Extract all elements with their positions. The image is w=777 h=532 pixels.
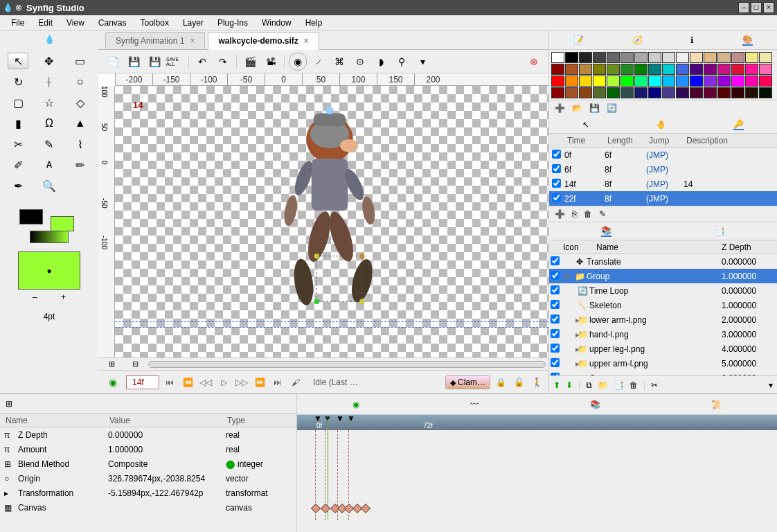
tool-bucket[interactable]: ▲ <box>70 115 91 132</box>
clamp-button[interactable]: ◆ Clam… <box>445 375 490 389</box>
palette-color[interactable] <box>676 87 689 98</box>
palette-color[interactable] <box>607 64 620 75</box>
menu-window[interactable]: Window <box>255 17 298 29</box>
palette-color[interactable] <box>662 52 675 63</box>
params-header-type[interactable]: Type <box>222 416 251 425</box>
kf-header-length[interactable]: Length <box>603 136 645 145</box>
palette-color[interactable] <box>593 52 606 63</box>
palette-refresh-button[interactable]: 🔄 <box>607 103 617 113</box>
palette-color[interactable] <box>634 76 648 87</box>
layer-menu-button[interactable]: ▾ <box>769 380 773 390</box>
palette-color[interactable] <box>551 87 564 98</box>
palette-color[interactable] <box>565 64 578 75</box>
layer-visible-checkbox[interactable] <box>551 285 560 294</box>
preview-button[interactable]: 📽 <box>262 53 280 71</box>
palette-color[interactable] <box>717 76 731 87</box>
keyframe-row[interactable]: 6f8f(JMP) <box>549 162 777 177</box>
dropdown-button[interactable]: ▾ <box>413 53 431 71</box>
saveas-button[interactable]: 💾 <box>145 53 163 71</box>
palette-color[interactable] <box>717 64 731 75</box>
palette-color[interactable] <box>759 76 772 87</box>
palette-color[interactable] <box>579 76 592 87</box>
tab-palette-icon[interactable]: 🎨 <box>742 35 753 46</box>
palette-color[interactable] <box>676 76 689 87</box>
snap-button[interactable]: ⟋ <box>310 53 328 71</box>
tool-spline[interactable]: Ω <box>39 115 60 132</box>
document-tab[interactable]: Synfig Animation 1× <box>105 32 205 49</box>
guides-button[interactable]: ⊙ <box>351 53 369 71</box>
tool-gradient[interactable]: ▮ <box>8 115 28 132</box>
palette-color[interactable] <box>717 87 731 98</box>
layers-tab-icon[interactable]: 📚 <box>601 226 611 237</box>
param-row[interactable]: πAmount1.000000real <box>0 442 296 456</box>
character-artwork[interactable] <box>260 107 399 314</box>
layer-cut-button[interactable]: ✂ <box>651 380 658 390</box>
layer-visible-checkbox[interactable] <box>551 344 560 353</box>
tl-history-icon[interactable]: 📜 <box>711 400 722 409</box>
kf-header-desc[interactable]: Description <box>682 136 732 145</box>
kf-hand-icon[interactable]: 🤚 <box>656 120 666 130</box>
palette-color[interactable] <box>745 76 758 87</box>
palette-color[interactable] <box>676 64 689 75</box>
palette-color[interactable] <box>620 76 634 87</box>
animate-mode-button[interactable]: ◉ <box>104 373 122 391</box>
layers-header-zdepth[interactable]: Z Depth <box>722 242 777 252</box>
layer-row[interactable]: 🦴Skeleton1.000000 <box>549 298 777 312</box>
layer-visible-checkbox[interactable] <box>551 256 560 265</box>
tool-eyedrop[interactable]: ✐ <box>8 157 28 173</box>
play-button[interactable]: ▷ <box>216 375 231 390</box>
layer-row[interactable]: ▸📁lower arm-l.png2.000000 <box>549 312 777 327</box>
palette-color[interactable] <box>565 52 578 63</box>
palette-color[interactable] <box>717 52 731 63</box>
keyframe-row[interactable]: 22f8f(JMP) <box>549 191 777 206</box>
palette-color[interactable] <box>634 64 648 75</box>
palette-color[interactable] <box>648 87 661 98</box>
palette-color[interactable] <box>648 76 661 87</box>
kf-checkbox[interactable] <box>552 179 561 188</box>
layer-group-button[interactable]: ⧉ <box>586 380 592 390</box>
close-tab-button[interactable]: ⊗ <box>525 53 543 71</box>
palette-color[interactable] <box>690 76 703 87</box>
palette-color[interactable] <box>704 87 717 98</box>
layers-header-name[interactable]: Name <box>596 242 722 252</box>
palette-color[interactable] <box>704 52 717 63</box>
menu-edit[interactable]: Edit <box>31 17 60 29</box>
palette-color[interactable] <box>690 64 703 75</box>
document-tab[interactable]: walkcycle-demo.sifz× <box>208 32 319 50</box>
menu-view[interactable]: View <box>60 17 91 29</box>
timeline-ruler[interactable]: 0f 72f ▼ ▼ ▼ ▼ <box>297 415 777 430</box>
palette-color[interactable] <box>565 87 578 98</box>
kf-header-jump[interactable]: Jump <box>645 136 682 145</box>
tool-lasso[interactable]: ⌇ <box>70 136 91 152</box>
menu-toolbox[interactable]: Toolbox <box>134 17 176 29</box>
layer-duplicate-button[interactable]: 📑 <box>614 380 624 390</box>
layers-header-icon[interactable]: Icon <box>563 242 596 252</box>
palette-add-button[interactable]: ➕ <box>555 103 565 113</box>
fill-color[interactable] <box>51 216 74 231</box>
layer-row[interactable]: ▼📁Group1.000000 <box>549 269 777 283</box>
tool-circle[interactable]: ○ <box>70 73 91 90</box>
palette-color[interactable] <box>731 64 744 75</box>
palette-color[interactable] <box>745 52 758 63</box>
kf-header-time[interactable]: Time <box>563 136 603 145</box>
tool-move[interactable]: ✥ <box>39 53 60 69</box>
kf-checkbox[interactable] <box>552 150 561 159</box>
layer-raise-button[interactable]: ⬆ <box>553 380 560 390</box>
palette-color[interactable] <box>731 87 744 98</box>
color-large[interactable]: ● <box>18 251 80 290</box>
onion-button[interactable]: ◉ <box>289 53 307 71</box>
tl-curves-icon[interactable]: 〰 <box>470 400 479 409</box>
palette-color[interactable] <box>662 87 675 98</box>
tool-width[interactable]: ✒ <box>8 177 28 194</box>
layer-row[interactable]: ▸📁upper arm-l.png5.000000 <box>549 356 777 371</box>
palette-color[interactable] <box>634 87 648 98</box>
palette-color[interactable] <box>745 64 758 75</box>
palette-color[interactable] <box>551 76 564 87</box>
palette-color[interactable] <box>607 87 620 98</box>
save-button[interactable]: 💾 <box>125 53 143 71</box>
kf-delete-button[interactable]: 🗑 <box>584 209 592 219</box>
palette-color[interactable] <box>620 64 634 75</box>
layer-row[interactable]: ▸📁hand-l.png3.000000 <box>549 327 777 342</box>
palette-color[interactable] <box>634 52 648 63</box>
bones-button[interactable]: ⚲ <box>393 53 411 71</box>
